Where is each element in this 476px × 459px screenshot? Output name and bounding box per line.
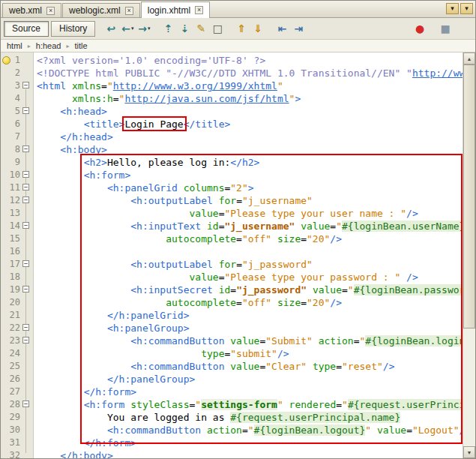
document-tab-bar: web.xml×weblogic.xml×login.xhtml× ▾▾ xyxy=(1,1,475,18)
dropdown-arrow-icon: ▾ xyxy=(131,26,134,32)
code-fold-toggle[interactable]: − xyxy=(22,337,29,344)
gutter-row: 20 xyxy=(1,296,33,309)
last-edit-position-icon[interactable]: ↩ xyxy=(103,21,118,36)
source-view-button[interactable]: Source xyxy=(4,21,49,37)
back-icon[interactable]: ←▾ xyxy=(120,21,135,36)
find-next-occurrence-icon[interactable]: ⇣ xyxy=(177,21,192,36)
code-fold-toggle[interactable]: − xyxy=(22,171,29,178)
code-fold-toggle[interactable]: − xyxy=(22,260,29,267)
find-previous-occurrence-icon[interactable]: ⇡ xyxy=(160,21,175,36)
gutter-row: 13 xyxy=(1,207,33,220)
shift-line-left-icon[interactable]: ⇤ xyxy=(274,21,289,36)
gutter-row: 27 xyxy=(1,386,33,398)
gutter-row: 14− xyxy=(1,220,33,232)
code-line-25: <h:commandButton value="Clear" type="res… xyxy=(37,360,475,373)
code-fold-toggle[interactable]: − xyxy=(22,286,29,292)
code-fold-toggle[interactable]: − xyxy=(22,196,29,203)
code-line-17: <h:outputLabel for="j_password" xyxy=(37,258,475,271)
line-number: 24 xyxy=(1,347,20,360)
start-macro-recording-icon[interactable]: ● xyxy=(412,21,427,36)
code-line-26: </h:panelGroup> xyxy=(37,373,475,386)
code-line-10: <h:form> xyxy=(37,169,475,182)
gutter-row: 15 xyxy=(1,232,33,245)
line-number: 3 xyxy=(1,80,20,92)
toggle-rectangular-selection-icon[interactable]: □ xyxy=(210,21,225,36)
code-line-4: xmlns:h="http://java.sun.com/jsf/html"> xyxy=(37,92,475,105)
gutter-row: 31 xyxy=(1,436,33,449)
code-fold-toggle[interactable]: − xyxy=(22,400,29,407)
breadcrumb-item-title[interactable]: title xyxy=(74,41,87,50)
line-number: 15 xyxy=(1,232,20,245)
code-line-13: value="Please type your user name : "/> xyxy=(37,207,475,220)
gutter-row: 10− xyxy=(1,169,33,182)
up-arrow-icon: ▲ xyxy=(467,56,472,62)
dropdown-arrow-icon: ▾ xyxy=(148,26,151,32)
scrollbar-thumb[interactable] xyxy=(463,64,475,328)
fold-guide-line xyxy=(25,115,26,134)
line-number: 22 xyxy=(1,322,20,334)
toggle-highlight-search-icon[interactable]: ✎ xyxy=(193,21,208,36)
shift-line-right-icon[interactable]: ⇥ xyxy=(291,21,306,36)
code-line-22: <h:panelGroup> xyxy=(37,322,475,334)
line-number: 16 xyxy=(1,245,20,258)
tab-bar-controls: ▾▾ xyxy=(446,1,475,14)
stop-macro-recording-icon[interactable]: ■ xyxy=(438,21,453,36)
fold-guide-line xyxy=(25,344,26,351)
code-line-8: <h:body> xyxy=(37,143,475,156)
history-view-button[interactable]: History xyxy=(51,21,95,37)
tab-close-icon[interactable]: × xyxy=(46,7,55,15)
line-number: 28 xyxy=(1,398,20,411)
gutter-row: 16 xyxy=(1,245,33,258)
breadcrumb-item-html[interactable]: html xyxy=(7,41,22,50)
code-fold-toggle[interactable]: − xyxy=(22,324,29,331)
code-fold-toggle[interactable]: − xyxy=(22,107,29,114)
tab-close-icon[interactable]: × xyxy=(195,6,203,14)
code-line-7: </h:head> xyxy=(37,130,475,143)
code-line-29: You are logged in as #{request.userPrinc… xyxy=(37,411,475,424)
scrollbar-down-button[interactable]: ▼ xyxy=(463,446,475,458)
gutter-row: 12− xyxy=(1,194,33,207)
code-fold-toggle[interactable]: − xyxy=(22,184,29,190)
line-number: 8 xyxy=(1,143,20,156)
next-bookmark-icon[interactable]: ⇓ xyxy=(250,21,265,36)
forward-icon[interactable]: →▾ xyxy=(136,21,151,36)
fold-guide-line xyxy=(25,204,26,211)
code-line-18: value="Please type your password : " /> xyxy=(37,271,475,284)
tab-close-icon[interactable]: × xyxy=(125,7,133,15)
line-number: 27 xyxy=(1,386,20,398)
code-line-27: </h:form> xyxy=(37,386,475,398)
gutter-row: 3− xyxy=(1,80,33,92)
code-area[interactable]: <?xml version='1.0' encoding='UTF-8' ?><… xyxy=(34,52,475,458)
tab-label: login.xhtml xyxy=(148,5,190,16)
breadcrumb-item-h:head[interactable]: h:head xyxy=(36,41,61,50)
document-list-dropdown-button[interactable]: ▾ xyxy=(446,3,459,14)
code-fold-toggle[interactable]: − xyxy=(22,146,29,152)
editor-area: 123−45−678−910−11−12−1314−151617−1819−20… xyxy=(1,52,475,458)
hint-lightbulb-icon[interactable] xyxy=(2,56,10,64)
gutter-row: 26 xyxy=(1,373,33,386)
fold-guide-line xyxy=(25,293,26,300)
line-number: 13 xyxy=(1,207,20,220)
tab-web.xml[interactable]: web.xml× xyxy=(2,3,61,17)
code-fold-toggle[interactable]: − xyxy=(22,222,29,229)
gutter-row: 8− xyxy=(1,143,33,156)
fold-guide-line xyxy=(25,230,26,236)
line-number: 2 xyxy=(1,67,20,80)
maximize-window-button[interactable]: ▾ xyxy=(460,3,473,14)
vertical-scrollbar[interactable]: ▲ ▼ xyxy=(463,52,475,458)
line-number: 6 xyxy=(1,118,20,130)
line-number: 21 xyxy=(1,309,20,322)
tab-login.xhtml[interactable]: login.xhtml× xyxy=(141,2,210,18)
code-line-31: </h:form> xyxy=(37,436,475,449)
previous-bookmark-icon[interactable]: ⇑ xyxy=(234,21,249,36)
gutter-row: 9 xyxy=(1,156,33,169)
code-line-24: type="submit"/> xyxy=(37,347,475,360)
line-number: 18 xyxy=(1,271,20,284)
tab-weblogic.xml[interactable]: weblogic.xml× xyxy=(62,3,140,17)
line-number: 7 xyxy=(1,130,20,143)
line-number: 32 xyxy=(1,449,20,458)
scrollbar-up-button[interactable]: ▲ xyxy=(463,52,475,64)
line-number: 14 xyxy=(1,220,20,232)
gutter-row: 21 xyxy=(1,309,33,322)
code-fold-toggle[interactable]: − xyxy=(22,82,29,88)
